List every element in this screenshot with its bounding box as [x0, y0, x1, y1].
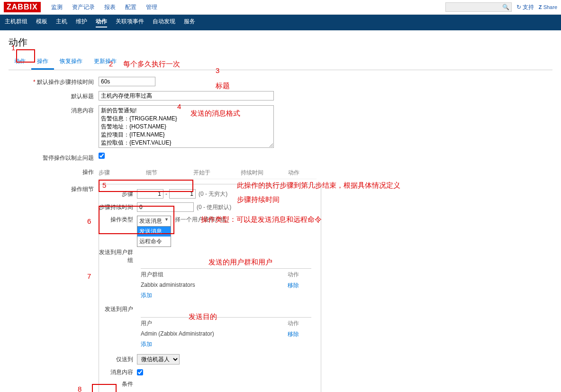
op-type-option-msg[interactable]: 发送消息 [137, 227, 171, 237]
tab-action[interactable]: 动作 [9, 55, 31, 70]
group-add-link[interactable]: 添加 [141, 292, 152, 300]
label-send-users: 发送到用户 [99, 305, 137, 313]
subnav-hostgroups[interactable]: 主机群组 [5, 18, 27, 27]
label-steps: 步骤 [99, 190, 137, 198]
topnav-admin[interactable]: 管理 [146, 3, 157, 11]
topnav-reports[interactable]: 报表 [104, 3, 116, 11]
group-row: Zabbix administrators [141, 282, 288, 290]
user-add-link[interactable]: 添加 [141, 340, 152, 348]
tab-update[interactable]: 更新操作 [88, 55, 122, 70]
group-remove-link[interactable]: 移除 [288, 282, 299, 289]
content: 动作 动作 操作 恢复操作 更新操作 默认操作步骤持续时间 默认标题 消息内容 … [0, 30, 561, 392]
groups-table: 用户群组动作 Zabbix administrators移除 添加 [141, 268, 311, 301]
tab-recovery[interactable]: 恢复操作 [54, 55, 88, 70]
support-link[interactable]: ↻ 支持 [516, 3, 534, 11]
op-type-option-cmd[interactable]: 远程命令 [137, 237, 171, 246]
step-dur-note: (0 - 使用默认) [197, 203, 231, 211]
label-step-dur: 步骤持续时间 [99, 203, 137, 211]
subnav-templates[interactable]: 模板 [36, 18, 47, 27]
label-default-title: 默认标题 [9, 91, 99, 100]
select-op-type[interactable]: 发送消息 发送消息 远程命令 [137, 216, 171, 227]
op-type-help: 择一个用户或用户组。 [175, 216, 232, 224]
tab-operations[interactable]: 操作 [31, 55, 54, 70]
label-step-duration: 默认操作步骤持续时间 [9, 77, 99, 86]
op-detail-box: 步骤 - (0 - 无穷大) 步骤持续时间 (0 - 使用默认) 操作类型 发送… [99, 184, 321, 392]
label-pause: 暂停操作以制止问题 [9, 153, 99, 162]
subnav-services[interactable]: 服务 [184, 18, 195, 27]
label-message: 消息内容 [9, 105, 99, 115]
label-conditions: 条件 [99, 380, 137, 388]
textarea-message[interactable]: 新的告警通知! 告警信息：{TRIGGER.NAME} 告警地址：{HOST.N… [99, 105, 274, 148]
search-icon: 🔍 [502, 4, 509, 10]
checkbox-msg-content[interactable] [137, 369, 143, 375]
checkbox-pause[interactable] [99, 153, 105, 159]
input-default-title[interactable] [99, 91, 274, 100]
subnav-discovery[interactable]: 自动发现 [153, 18, 175, 27]
topnav-inventory[interactable]: 资产记录 [72, 3, 95, 11]
input-step-duration[interactable] [99, 77, 155, 86]
label-op-type: 操作类型 [99, 216, 137, 224]
select-send-only[interactable]: 微信机器人 [137, 354, 180, 365]
subnav-actions[interactable]: 动作 [96, 18, 107, 27]
top-right: 🔍 ↻ 支持 Z Share [445, 2, 558, 12]
subnav-correlation[interactable]: 关联项事件 [116, 18, 144, 27]
page-title: 动作 [9, 36, 552, 49]
topnav-monitor[interactable]: 监测 [51, 3, 63, 11]
label-op-detail: 操作细节 [9, 184, 99, 193]
logo: ZABBIX [4, 2, 41, 12]
tabs: 动作 操作 恢复操作 更新操作 [9, 55, 552, 70]
user-row: Admin (Zabbix Administrator) [141, 330, 288, 338]
topnav-config[interactable]: 配置 [125, 3, 136, 11]
subnav-hosts[interactable]: 主机 [56, 18, 67, 27]
label-msg-content: 消息内容 [99, 368, 137, 376]
users-table: 用户动作 Admin (Zabbix Administrator)移除 添加 [141, 317, 311, 349]
ops-table-header: 步骤 细节 开始于 持续时间 动作 [99, 167, 317, 179]
subnav-maintenance[interactable]: 维护 [76, 18, 87, 27]
input-step-from[interactable] [137, 189, 163, 199]
label-send-only: 仅送到 [99, 356, 137, 364]
step-note: (0 - 无穷大) [199, 190, 227, 198]
input-step-dur[interactable] [137, 202, 194, 212]
input-step-to[interactable] [169, 189, 196, 199]
share-link[interactable]: Z Share [539, 4, 557, 10]
user-remove-link[interactable]: 移除 [288, 331, 299, 337]
label-send-groups: 发送到用户群组 [99, 248, 137, 264]
label-operations: 操作 [9, 167, 99, 176]
top-nav: 监测 资产记录 报表 配置 管理 [46, 3, 162, 11]
sub-nav: 主机群组 模板 主机 维护 动作 关联项事件 自动发现 服务 [0, 15, 561, 30]
top-bar: ZABBIX 监测 资产记录 报表 配置 管理 🔍 ↻ 支持 Z Share [0, 0, 561, 15]
search-input[interactable]: 🔍 [445, 2, 512, 12]
